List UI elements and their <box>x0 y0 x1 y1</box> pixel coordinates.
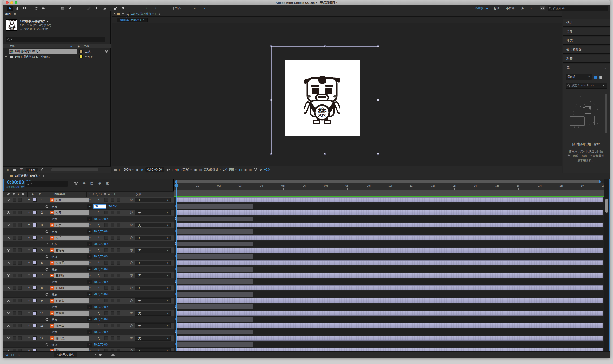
parent-pickwhip-icon[interactable]: @ <box>130 336 133 340</box>
effect-cell[interactable] <box>105 261 108 265</box>
layer-name[interactable]: 右眉毛 <box>54 248 89 253</box>
shy-switch-icon[interactable]: ♀ <box>89 211 91 214</box>
column-name[interactable]: 名称 <box>10 45 15 48</box>
layer-color-label[interactable] <box>33 198 37 202</box>
motion-blur-cell[interactable] <box>117 211 120 214</box>
timeline-zoom-slider[interactable] <box>94 353 115 356</box>
layer-name[interactable]: 左眼实 <box>54 311 89 316</box>
stopwatch-icon[interactable] <box>45 343 48 346</box>
snap-checkbox[interactable] <box>171 7 174 10</box>
constrain-link-icon[interactable]: ∞ <box>87 305 92 309</box>
expand-transfer-controls-icon[interactable]: ▢ <box>11 353 14 356</box>
stopwatch-icon[interactable] <box>45 230 48 233</box>
close-tab-icon[interactable]: × <box>114 12 116 16</box>
project-item-row[interactable]: 16吓得我内裤都飞了 合成 <box>3 49 111 54</box>
project-item-row[interactable]: ▶ 16吓得我内裤都飞了 个图层 文件夹 <box>3 54 111 60</box>
quality-switch-icon[interactable]: ╲ <box>98 336 99 340</box>
interpret-footage-icon[interactable]: ▥ <box>7 168 10 171</box>
pen-tool[interactable] <box>67 6 73 11</box>
visibility-eye-icon[interactable] <box>7 211 10 214</box>
shy-switch-icon[interactable]: ♀ <box>89 236 91 239</box>
frame-blend-cell[interactable] <box>111 198 114 202</box>
keyframe-marker[interactable]: I <box>175 342 176 346</box>
layer-row[interactable]: ▼ 1 Ai 右耳 ♀ ╲ @ 无∨ <box>3 197 174 203</box>
layer-track-bar[interactable] <box>174 247 604 254</box>
keyframe-marker[interactable]: I <box>175 280 176 284</box>
scale-label[interactable]: 缩放 <box>52 217 57 221</box>
motion-blur-cell[interactable] <box>117 198 120 202</box>
zoom-in-icon[interactable] <box>111 353 115 356</box>
list-view-icon[interactable]: ▤ <box>599 75 602 79</box>
keyframe-marker[interactable]: I <box>175 292 176 296</box>
layer-name[interactable]: 右眼眶 <box>54 286 89 290</box>
scale-label[interactable]: 缩放 <box>52 318 57 322</box>
scale-value[interactable]: 70.0,70.0% <box>93 343 108 346</box>
track-area[interactable]: 00f01f02f03f04f05f06f07f08f09f10f11f12f1… <box>174 179 604 351</box>
parent-pickwhip-icon[interactable]: @ <box>130 236 133 239</box>
keyframe-marker[interactable]: I <box>175 254 176 258</box>
effect-cell[interactable] <box>105 349 108 351</box>
layer-track-bar[interactable] <box>174 209 604 216</box>
constrain-link-icon[interactable]: ∞ <box>87 330 92 334</box>
frame-blend-cell[interactable] <box>111 273 114 277</box>
show-channel-icon[interactable] <box>176 169 179 170</box>
parent-pickwhip-icon[interactable]: @ <box>130 261 133 264</box>
layer-color-label[interactable] <box>33 248 37 252</box>
parent-pickwhip-icon[interactable]: @ <box>130 198 133 201</box>
new-folder-icon[interactable] <box>13 168 16 171</box>
column-type[interactable]: 类型 <box>84 45 89 48</box>
expander-icon[interactable]: ▶ <box>5 55 7 58</box>
region-capture-icon[interactable] <box>203 7 206 10</box>
expand-inout-icon[interactable]: ⇅ <box>17 353 20 356</box>
audio-cell[interactable] <box>13 198 16 202</box>
tab-timeline-comp[interactable]: 16吓得我内裤都飞了 <box>15 174 41 178</box>
selection-handle[interactable] <box>323 153 326 155</box>
keyframe-marker[interactable]: I <box>175 267 176 271</box>
effect-cell[interactable] <box>105 223 108 227</box>
horizontal-scrollbar[interactable] <box>51 168 98 171</box>
effect-cell[interactable] <box>105 336 108 340</box>
tab-4[interactable]: 对齐 <box>563 55 610 63</box>
comp-color-label[interactable] <box>10 175 13 177</box>
layer-row[interactable]: ▼ 9 Ai 右眼实 ♀ ╲ @ 无∨ <box>3 298 174 304</box>
label-column-icon[interactable]: ◈ <box>78 45 80 48</box>
fast-previews-icon[interactable]: ▣ <box>194 168 197 171</box>
stopwatch-icon[interactable] <box>45 330 48 334</box>
rectangle-tool[interactable] <box>60 6 66 11</box>
parent-select[interactable]: 无∨ <box>135 348 171 351</box>
scale-property-row[interactable]: 缩放 ∞ 70.0,70.0% <box>3 342 174 348</box>
expander-icon[interactable]: ▼ <box>28 274 30 276</box>
quality-switch-icon[interactable]: ╲ <box>98 223 99 227</box>
parent-select[interactable]: 无∨ <box>135 286 171 290</box>
adobe-stock-search-box[interactable]: 搜索 Adobe Stock ▼ <box>565 83 607 89</box>
expander-icon[interactable]: ▼ <box>28 349 30 351</box>
solo-cell[interactable] <box>18 349 22 351</box>
tab-0[interactable]: 信息 <box>563 19 610 27</box>
constrain-link-icon[interactable]: ∞ <box>87 292 92 297</box>
project-search-box[interactable]: ▼ <box>6 37 105 42</box>
world-axis-icon[interactable]: Y <box>150 7 152 10</box>
shy-switch-icon[interactable]: ♀ <box>89 324 91 327</box>
frame-blend-cell[interactable] <box>111 261 114 265</box>
share-view-icon[interactable]: ◧ <box>239 168 242 171</box>
motion-blur-cell[interactable] <box>117 324 120 327</box>
scale-property-row[interactable]: 缩放 ∞ 70 ,70.0% <box>3 203 174 210</box>
audio-cell[interactable] <box>13 324 16 327</box>
selection-tool[interactable] <box>7 6 13 11</box>
cursor-arrow-icon[interactable]: ↖ <box>194 7 197 10</box>
scale-property-row[interactable]: 缩放 ∞ 70.0,70.0% <box>3 216 174 222</box>
solo-cell[interactable] <box>18 261 22 265</box>
expand-layer-switches-icon[interactable]: ⧉ <box>6 353 8 357</box>
always-preview-icon[interactable]: ▭ <box>114 168 117 171</box>
expander-icon[interactable]: ▼ <box>28 236 30 239</box>
keyframe-marker[interactable]: I <box>175 217 176 221</box>
timeline-jump-icon[interactable]: ▥ <box>249 168 252 171</box>
unlock-icon[interactable] <box>122 12 124 15</box>
effect-cell[interactable] <box>105 324 108 327</box>
shy-switch-icon[interactable]: ♀ <box>89 261 91 264</box>
visibility-eye-icon[interactable] <box>7 337 10 339</box>
parent-select[interactable]: 无∨ <box>135 260 171 265</box>
quality-switch-icon[interactable]: ╲ <box>98 299 99 302</box>
audio-cell[interactable] <box>13 299 16 302</box>
camera-select[interactable]: 活动摄像机∨ <box>204 168 221 172</box>
